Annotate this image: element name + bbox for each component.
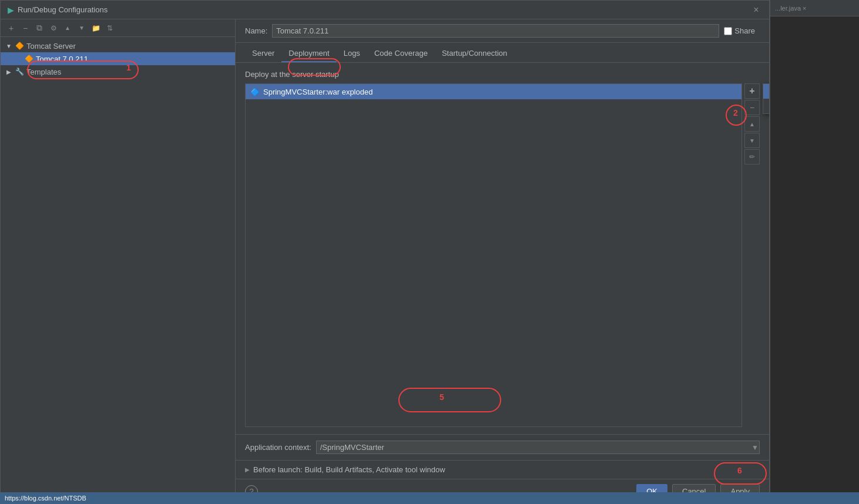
remove-config-button[interactable]: − [19,22,31,34]
wrench-icon: 🔧 [15,67,24,76]
tree-item-templates[interactable]: ▶ 🔧 Templates [1,65,235,78]
tree-group-tomcat-server-label: Tomcat Server [26,42,76,51]
status-bar: https://blog.csdn.net/NTSDB [0,492,859,504]
tree-item-templates-label: Templates [26,68,61,76]
status-bar-url: https://blog.csdn.net/NTSDB [5,495,86,502]
editor-tab-bar: ...ler.java × [770,0,859,16]
move-down-config-button[interactable]: ▼ [76,22,88,34]
dialog-title: ▶ Run/Debug Configurations [8,5,108,15]
edit-deploy-button[interactable]: ✏ [744,149,760,164]
right-panel: Name: Share Server Deployment Logs Code … [236,19,769,503]
close-button[interactable]: × [750,4,762,16]
deploy-area: 🔷 SpringMVCStarter:war exploded + [245,83,760,427]
share-label: Share [734,26,755,35]
name-row: Name: Share [236,19,769,43]
tab-startup-connection[interactable]: Startup/Connection [435,45,514,62]
tree-item-tomcat-instance[interactable]: 🔶 Tomcat 7.0.211 [1,52,235,65]
name-input[interactable] [272,24,719,38]
add-deploy-button[interactable]: + [744,83,760,99]
app-context-row: Application context: ▼ [236,434,769,460]
deploy-item-0-label: SpringMVCStarter:war exploded [263,88,373,96]
before-launch-text: Before launch: Build, Build Artifacts, A… [253,465,445,474]
left-panel: + − ⧉ ⚙ ▲ ▼ 📁 ⇅ ▼ 🔶 Tomcat Server [1,19,236,503]
move-up-config-button[interactable]: ▲ [62,22,73,34]
move-up-deploy-button[interactable]: ▲ [744,116,760,132]
deployment-panel-body: Deploy at the server startup 🔷 SpringMVC… [236,63,769,434]
tomcat-server-icon: 🔶 [15,41,24,51]
tomcat-instance-icon: 🔶 [24,54,33,63]
copy-config-button[interactable]: ⧉ [33,22,45,34]
dropdown-item-external-source[interactable]: ⊞ External Source... [763,99,769,113]
add-dropdown-menu: ▦ Artifact... ⊞ External Source... [763,83,769,114]
app-context-input[interactable] [316,441,760,454]
dropdown-item-artifact[interactable]: ▦ Artifact... [763,84,769,99]
deploy-list: 🔷 SpringMVCStarter:war exploded [245,83,742,427]
app-context-input-wrap: ▼ [316,441,760,454]
share-checkbox[interactable] [724,27,732,35]
tab-logs[interactable]: Logs [337,45,367,62]
move-down-deploy-button[interactable]: ▼ [744,133,760,148]
run-debug-dialog: ▶ Run/Debug Configurations × + − ⧉ ⚙ ▲ ▼… [0,0,770,504]
tree-item-tomcat-instance-label: Tomcat 7.0.211 [36,55,88,63]
deploy-section-label: Deploy at the server startup [245,70,760,79]
settings-config-button[interactable]: ⚙ [48,22,59,34]
remove-deploy-button[interactable]: − [744,100,760,115]
share-row: Share [724,26,760,35]
tree-group-tomcat-server[interactable]: ▼ 🔶 Tomcat Server [1,39,235,52]
tab-code-coverage[interactable]: Code Coverage [367,45,435,62]
editor-side-panel: ...ler.java × [770,0,859,504]
expand-arrow-templates: ▶ [5,69,12,75]
deploy-item-0-icon: 🔷 [250,87,260,96]
side-buttons-col: + ▦ Artifact... ⊞ External Source... [744,83,760,427]
config-toolbar: + − ⧉ ⚙ ▲ ▼ 📁 ⇅ [1,19,235,37]
name-label: Name: [245,26,267,35]
tab-deployment[interactable]: Deployment [281,45,336,62]
editor-content [770,16,859,492]
expand-arrow-tomcat-server: ▼ [5,43,12,49]
dialog-title-text: Run/Debug Configurations [18,5,108,14]
before-launch-row: ▶ Before launch: Build, Build Artifacts,… [236,460,769,479]
tabs-row: Server Deployment Logs Code Coverage Sta… [236,43,769,63]
editor-tab-label: ...ler.java × [775,5,807,12]
before-launch-expand-arrow[interactable]: ▶ [245,466,250,473]
sort-config-button[interactable]: ⇅ [104,22,116,34]
config-tree: ▼ 🔶 Tomcat Server 🔶 Tomcat 7.0.211 ▶ 🔧 T… [1,37,235,503]
dialog-titlebar: ▶ Run/Debug Configurations × [1,1,769,19]
folder-config-button[interactable]: 📁 [90,22,102,34]
dialog-content: + − ⧉ ⚙ ▲ ▼ 📁 ⇅ ▼ 🔶 Tomcat Server [1,19,769,503]
app-context-dropdown-button[interactable]: ▼ [751,443,759,452]
deploy-item-0[interactable]: 🔷 SpringMVCStarter:war exploded [246,84,741,99]
tab-server[interactable]: Server [245,45,281,62]
add-config-button[interactable]: + [5,22,17,34]
add-btn-container: + ▦ Artifact... ⊞ External Source... [744,83,760,99]
run-icon: ▶ [8,5,14,15]
app-context-label: Application context: [245,443,311,452]
